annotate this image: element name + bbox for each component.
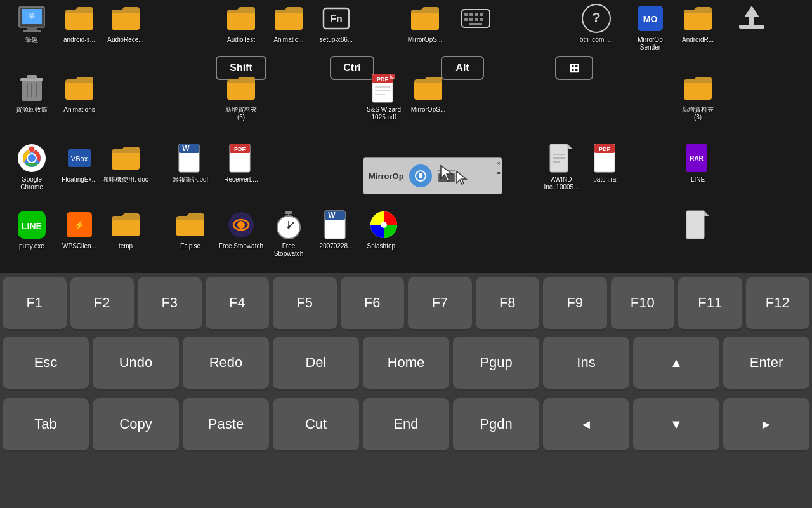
svg-text:PDF: PDF [377,76,389,83]
icon-googlechrome[interactable]: Google Chrome [6,143,57,191]
key-undo[interactable]: Undo [93,337,179,391]
svg-rect-12 [464,18,468,21]
svg-text:PDF: PDF [599,146,611,152]
win-key[interactable]: ⊞ [555,56,593,80]
icon-freestopwatch[interactable]: Free Stopwatch [263,210,314,258]
key-f6[interactable]: F6 [341,277,405,331]
key-f5[interactable]: F5 [273,277,337,331]
icon-androidR[interactable]: AndroidR... [672,3,723,44]
key-down[interactable]: ▼ [633,398,719,452]
svg-text:?: ? [592,10,600,25]
key-f8[interactable]: F8 [476,277,540,331]
icon-newdata6[interactable]: 新增資料夾 (6) [216,73,266,121]
svg-point-41 [29,146,35,152]
icon-recyclebin-label: 資源回收筒 [16,106,48,114]
icon-line[interactable]: LINE putty.exe [6,210,57,250]
icon-twodoc-label: 20070228... [320,243,353,250]
mirrorop-close-btn[interactable]: × [497,159,501,167]
icon-upload[interactable] [726,3,777,36]
key-cut[interactable]: Cut [273,398,359,452]
svg-rect-81 [419,173,422,178]
icon-mirrorops2[interactable]: MirrorOpS... [403,73,454,114]
key-f9[interactable]: F9 [543,277,607,331]
key-f4[interactable]: F4 [206,277,270,331]
key-up[interactable]: ▲ [633,337,719,391]
key-f10[interactable]: F10 [611,277,675,331]
svg-rect-11 [480,13,483,16]
icon-recyclebin[interactable]: 資源回收筒 [6,73,57,114]
icon-eclipse[interactable]: Free Stopwatch [216,210,266,250]
key-left[interactable]: ◄ [543,398,629,452]
icon-oraclevm[interactable]: VBox FloatingEx... [54,143,105,184]
key-esc[interactable]: Esc [3,337,89,391]
icon-swizard[interactable]: PDF S&S Wizard 1025.pdf [358,73,409,121]
icon-patchrar[interactable]: RAR LINE [672,143,723,184]
key-del[interactable]: Del [273,337,359,391]
key-f12[interactable]: F12 [746,277,810,331]
icon-animation[interactable]: Animatio... [263,3,314,44]
svg-rect-14 [475,18,478,21]
key-f3[interactable]: F3 [138,277,202,331]
key-tab[interactable]: Tab [3,398,89,452]
key-home[interactable]: Home [363,337,449,391]
key-pgdn[interactable]: Pgdn [453,398,539,452]
mirrorop-connect-btn[interactable] [409,164,432,187]
svg-marker-51 [568,144,573,149]
mirrorop-window[interactable]: MirrorOp × ≡ [363,157,502,194]
icon-animation-label: Animatio... [273,36,303,44]
key-enter[interactable]: Enter [723,337,809,391]
icon-floatingex[interactable]: 咖啡機使用. doc [100,143,151,184]
icon-mirrorops1-label: MirrorOpS... [408,36,442,44]
icon-googlechrome-label: Google Chrome [20,176,43,191]
icon-wpsclient[interactable]: temp [100,210,151,250]
icon-temp[interactable]: Eclpise [165,210,216,250]
icon-notepad[interactable]: 筆 筆製 [6,3,57,44]
icon-btncom-label: btn_com_... [580,36,613,44]
icon-setup-x86[interactable]: Fn setup-x86... [311,3,362,44]
icon-androidR-label: AndroidR... [682,36,714,44]
key-pgup[interactable]: Pgup [453,337,539,391]
icon-oraclevm-label: FloatingEx... [62,176,97,184]
icon-splashtop[interactable] [672,210,723,243]
icon-cafemenu[interactable]: W 籌報筆記.pdf [165,143,216,184]
mirrorop-window-controls[interactable]: × ≡ [497,159,501,176]
keyboard-row2: Esc Undo Redo Del Home Pgup Ins ▲ Enter [0,333,812,394]
icon-swizard-label: S&S Wizard 1025.pdf [367,106,401,121]
key-redo[interactable]: Redo [183,337,269,391]
key-copy[interactable]: Copy [93,398,179,452]
svg-text:RAR: RAR [690,155,704,162]
icon-temp-label: Eclpise [180,243,200,250]
icon-newdata3[interactable]: 新增資料夾 (3) [672,73,723,121]
icon-animations[interactable]: Animations [54,73,105,114]
icon-android-s[interactable]: android-s... [54,3,105,44]
svg-rect-21 [739,25,764,29]
icon-mirrorops1[interactable]: MirrorOpS... [400,3,450,44]
svg-rect-25 [27,75,37,79]
key-paste[interactable]: Paste [183,398,269,452]
icon-putty[interactable]: ⚡ WPSClien... [54,210,105,250]
icon-receiverL[interactable]: AWIND Inc..10005... [536,143,587,191]
mirrorop-menu-btn[interactable]: ≡ [497,168,501,176]
key-f7[interactable]: F7 [408,277,472,331]
svg-rect-10 [475,13,478,16]
svg-point-66 [237,221,245,229]
icon-keyboard[interactable] [450,3,501,36]
key-ins[interactable]: Ins [543,337,629,391]
icon-eclipse-label: Free Stopwatch [219,243,263,250]
key-f11[interactable]: F11 [678,277,742,331]
icon-floatingex-label: 咖啡機使用. doc [103,176,148,184]
key-right[interactable]: ► [723,398,809,452]
icon-awind[interactable]: PDF patch.rar [580,143,631,184]
key-f1[interactable]: F1 [3,277,67,331]
svg-rect-72 [285,211,292,214]
icon-date2007-label: Splashtop... [367,243,401,250]
key-f2[interactable]: F2 [70,277,134,331]
icon-audioreceive[interactable]: AudioRece... [100,3,151,44]
key-end[interactable]: End [363,398,449,452]
icon-notespdf[interactable]: PDF ReceiverL... [216,143,266,184]
icon-audiotest[interactable]: AudioTest [216,3,266,44]
icon-twodoc[interactable]: W 20070228... [311,210,362,250]
icon-date2007[interactable]: Splashtop... [358,210,409,250]
icon-btncom[interactable]: ? btn_com_... [571,3,622,44]
icon-mirropSender[interactable]: MO MirrorOp Sender [625,3,676,51]
